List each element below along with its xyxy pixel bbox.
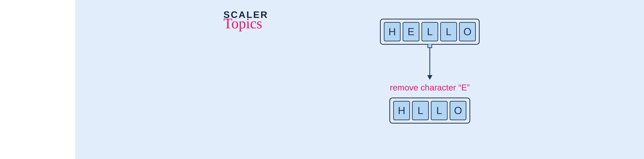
- char-cell: E: [403, 22, 419, 41]
- logo-text-topics: Topics: [224, 18, 268, 29]
- char-cell: L: [412, 101, 429, 120]
- char-cell: O: [450, 101, 466, 120]
- arrow-notch: [428, 44, 432, 48]
- char-cell: O: [459, 22, 476, 41]
- canvas: SCALER Topics H E L L O remove character…: [0, 0, 644, 159]
- action-label: remove character “E”: [390, 82, 470, 92]
- char-cell: L: [422, 22, 438, 41]
- output-string-box: H L L O: [389, 98, 470, 124]
- input-string-box: H E L L O: [380, 19, 480, 45]
- char-cell: H: [384, 22, 400, 41]
- arrow-down-icon: [426, 48, 434, 80]
- char-cell: H: [393, 101, 410, 120]
- string-transform-diagram: H E L L O remove character “E” H L L O: [380, 19, 480, 124]
- char-cell: L: [431, 101, 448, 120]
- svg-marker-1: [427, 75, 432, 80]
- diagram-panel: SCALER Topics H E L L O remove character…: [75, 0, 644, 159]
- char-cell: L: [440, 22, 457, 41]
- arrow-down: [426, 44, 434, 80]
- scaler-topics-logo: SCALER Topics: [224, 10, 268, 29]
